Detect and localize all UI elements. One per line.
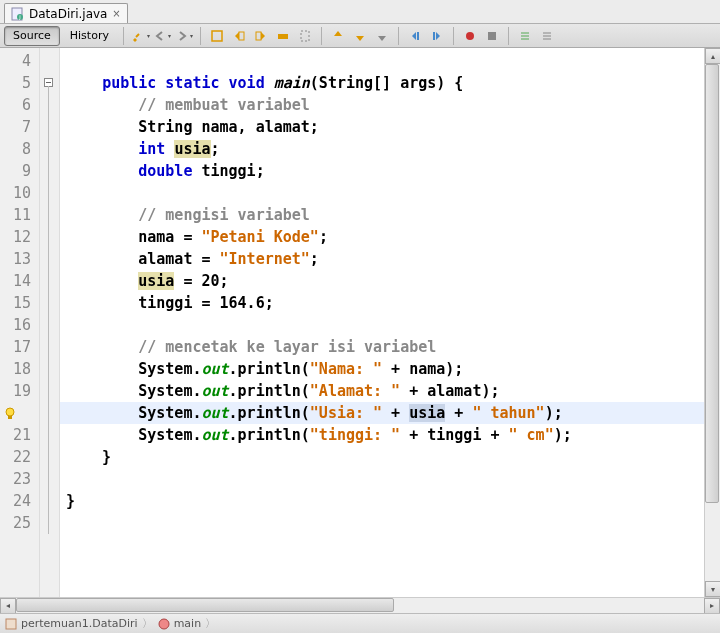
- line-number: [0, 402, 39, 424]
- code-line[interactable]: public static void main(String[] args) {: [60, 72, 704, 94]
- svg-rect-19: [8, 416, 12, 419]
- fold-cell: [40, 94, 59, 116]
- line-number: 6: [0, 94, 39, 116]
- code-line[interactable]: usia = 20;: [60, 270, 704, 292]
- code-line[interactable]: System.out.println("Alamat: " + alamat);: [60, 380, 704, 402]
- breadcrumb-method[interactable]: main: [157, 617, 201, 631]
- fold-cell: [40, 468, 59, 490]
- line-number: 17: [0, 336, 39, 358]
- code-line[interactable]: [60, 182, 704, 204]
- line-number: 10: [0, 182, 39, 204]
- horizontal-scrollbar[interactable]: ◂ ▸: [0, 597, 720, 613]
- scroll-right-icon[interactable]: ▸: [704, 598, 720, 614]
- code-line[interactable]: String nama, alamat;: [60, 116, 704, 138]
- fold-cell: [40, 226, 59, 248]
- fold-cell: [40, 512, 59, 534]
- line-number: 14: [0, 270, 39, 292]
- find-next-icon[interactable]: [251, 26, 271, 46]
- fold-cell: [40, 424, 59, 446]
- next-error-icon[interactable]: [372, 26, 392, 46]
- scroll-thumb[interactable]: [705, 64, 719, 503]
- scroll-thumb[interactable]: [16, 598, 394, 612]
- divider: [321, 27, 322, 45]
- breadcrumb-class[interactable]: pertemuan1.DataDiri: [4, 617, 138, 631]
- fold-cell: [40, 314, 59, 336]
- shift-left-icon[interactable]: [405, 26, 425, 46]
- code-line[interactable]: [60, 468, 704, 490]
- code-line[interactable]: }: [60, 490, 704, 512]
- scroll-left-icon[interactable]: ◂: [0, 598, 16, 614]
- comment-icon[interactable]: [515, 26, 535, 46]
- fold-cell: [40, 270, 59, 292]
- fold-cell: [40, 380, 59, 402]
- code-line[interactable]: [60, 50, 704, 72]
- breadcrumb-class-label: pertemuan1.DataDiri: [21, 617, 138, 630]
- line-number: 21: [0, 424, 39, 446]
- fold-cell: [40, 358, 59, 380]
- fold-cell: [40, 50, 59, 72]
- code-line[interactable]: // mengisi variabel: [60, 204, 704, 226]
- code-area[interactable]: public static void main(String[] args) {…: [60, 48, 704, 597]
- source-toolbar: Source History ▾ ▾ ▾: [0, 24, 720, 48]
- tab-bar: J DataDiri.java ×: [0, 0, 720, 24]
- line-gutter: 456789101112131415161718192122232425: [0, 48, 40, 597]
- stop-macro-icon[interactable]: [482, 26, 502, 46]
- code-line[interactable]: }: [60, 446, 704, 468]
- code-line[interactable]: System.out.println("Nama: " + nama);: [60, 358, 704, 380]
- editor: 456789101112131415161718192122232425 pub…: [0, 48, 720, 597]
- find-previous-icon[interactable]: [229, 26, 249, 46]
- fold-cell: [40, 182, 59, 204]
- code-line[interactable]: // membuat variabel: [60, 94, 704, 116]
- last-edit-icon[interactable]: ▾: [130, 26, 150, 46]
- line-number: 23: [0, 468, 39, 490]
- chevron-right-icon: 〉: [142, 616, 153, 631]
- find-selection-icon[interactable]: [207, 26, 227, 46]
- toggle-bookmark-icon[interactable]: [295, 26, 315, 46]
- line-number: 18: [0, 358, 39, 380]
- start-macro-icon[interactable]: [460, 26, 480, 46]
- previous-bookmark-icon[interactable]: [328, 26, 348, 46]
- line-number: 7: [0, 116, 39, 138]
- code-line[interactable]: nama = "Petani Kode";: [60, 226, 704, 248]
- next-bookmark-icon[interactable]: [350, 26, 370, 46]
- svg-point-10: [466, 32, 474, 40]
- code-line[interactable]: System.out.println("Usia: " + usia + " t…: [60, 402, 704, 424]
- fold-cell: [40, 402, 59, 424]
- code-line[interactable]: alamat = "Internet";: [60, 248, 704, 270]
- svg-rect-6: [278, 34, 288, 39]
- source-tab-button[interactable]: Source: [4, 26, 60, 46]
- history-tab-button[interactable]: History: [62, 26, 117, 46]
- line-number: 24: [0, 490, 39, 512]
- uncomment-icon[interactable]: [537, 26, 557, 46]
- forward-icon[interactable]: ▾: [174, 26, 194, 46]
- line-number: 22: [0, 446, 39, 468]
- vertical-scrollbar[interactable]: ▴ ▾: [704, 48, 720, 597]
- toggle-highlight-icon[interactable]: [273, 26, 293, 46]
- code-line[interactable]: tinggi = 164.6;: [60, 292, 704, 314]
- fold-cell: [40, 336, 59, 358]
- fold-cell: [40, 72, 59, 94]
- shift-right-icon[interactable]: [427, 26, 447, 46]
- scroll-up-icon[interactable]: ▴: [705, 48, 720, 64]
- svg-rect-3: [212, 31, 222, 41]
- code-line[interactable]: int usia;: [60, 138, 704, 160]
- svg-rect-20: [6, 619, 16, 629]
- fold-cell: [40, 248, 59, 270]
- fold-cell: [40, 116, 59, 138]
- svg-rect-11: [488, 32, 496, 40]
- line-number: 16: [0, 314, 39, 336]
- close-icon[interactable]: ×: [111, 9, 121, 19]
- code-line[interactable]: // mencetak ke layar isi variabel: [60, 336, 704, 358]
- scroll-down-icon[interactable]: ▾: [705, 581, 720, 597]
- code-line[interactable]: double tinggi;: [60, 160, 704, 182]
- fold-gutter: [40, 48, 60, 597]
- file-tab[interactable]: J DataDiri.java ×: [4, 3, 128, 23]
- fold-cell: [40, 490, 59, 512]
- code-line[interactable]: System.out.println("tinggi: " + tinggi +…: [60, 424, 704, 446]
- code-line[interactable]: [60, 512, 704, 534]
- code-line[interactable]: [60, 314, 704, 336]
- line-number: 15: [0, 292, 39, 314]
- line-number: 8: [0, 138, 39, 160]
- back-icon[interactable]: ▾: [152, 26, 172, 46]
- svg-rect-4: [239, 32, 244, 40]
